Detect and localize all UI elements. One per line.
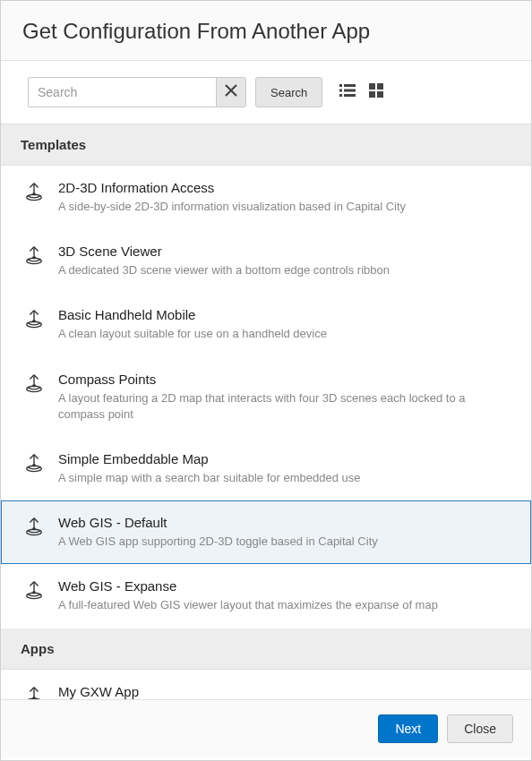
close-icon bbox=[225, 84, 237, 100]
app-icon bbox=[24, 373, 44, 393]
app-icon bbox=[24, 686, 44, 701]
list-item[interactable]: Web GIS - ExpanseA full-featured Web GIS… bbox=[1, 564, 531, 628]
search-input[interactable] bbox=[28, 77, 216, 107]
list-view-button[interactable] bbox=[337, 81, 358, 103]
svg-point-23 bbox=[32, 591, 36, 594]
svg-point-13 bbox=[32, 256, 36, 260]
next-button[interactable]: Next bbox=[378, 714, 438, 743]
svg-rect-4 bbox=[339, 94, 342, 97]
list-item-text: Web GIS - DefaultA Web GIS app supportin… bbox=[58, 515, 511, 550]
dialog-title: Get Configuration From Another App bbox=[22, 19, 510, 44]
svg-point-25 bbox=[32, 696, 36, 699]
app-icon bbox=[24, 453, 44, 473]
svg-rect-2 bbox=[339, 90, 342, 92]
list-icon bbox=[339, 81, 356, 103]
list-item-text: Web GIS - ExpanseA full-featured Web GIS… bbox=[58, 578, 511, 613]
list-item-title: My GXW App bbox=[58, 684, 511, 699]
list-item-desc: A simple map with a search bar suitable … bbox=[58, 470, 511, 486]
app-icon bbox=[24, 580, 44, 600]
list-item[interactable]: 3D Scene ViewerA dedicated 3D scene view… bbox=[1, 229, 531, 293]
list-item-title: Basic Handheld Mobile bbox=[58, 307, 511, 322]
list-item[interactable]: Compass PointsA layout featuring a 2D ma… bbox=[1, 357, 531, 437]
grid-icon bbox=[367, 81, 385, 103]
list-item[interactable]: My GXW App bbox=[1, 670, 531, 701]
list-item-desc: A side-by-side 2D-3D information visuali… bbox=[58, 199, 511, 215]
grid-view-button[interactable] bbox=[365, 81, 387, 103]
list-item-text: My GXW App bbox=[58, 684, 511, 701]
section-header-apps: Apps bbox=[1, 628, 531, 670]
app-icon bbox=[24, 309, 44, 329]
view-toggle bbox=[337, 81, 387, 103]
list-item-desc: A layout featuring a 2D map that interac… bbox=[58, 390, 511, 423]
list-item-desc: A full-featured Web GIS viewer layout th… bbox=[58, 597, 511, 613]
svg-point-21 bbox=[32, 527, 36, 531]
section-header-templates: Templates bbox=[1, 124, 531, 166]
svg-point-19 bbox=[32, 464, 36, 467]
list-item-title: Simple Embeddable Map bbox=[58, 451, 511, 466]
toolbar: Search bbox=[1, 61, 531, 124]
list-item-text: Compass PointsA layout featuring a 2D ma… bbox=[58, 372, 511, 423]
clear-search-button[interactable] bbox=[216, 77, 246, 107]
list-item-desc: A clean layout suitable for use on a han… bbox=[58, 326, 511, 342]
svg-rect-1 bbox=[344, 84, 356, 87]
list-item-title: Compass Points bbox=[58, 372, 511, 387]
search-button[interactable]: Search bbox=[255, 77, 322, 107]
app-icon bbox=[24, 245, 44, 265]
app-icon bbox=[24, 517, 44, 536]
svg-point-17 bbox=[32, 383, 36, 387]
dialog-header: Get Configuration From Another App bbox=[1, 1, 531, 61]
content-list[interactable]: Templates 2D-3D Information AccessA side… bbox=[1, 124, 531, 700]
svg-point-15 bbox=[32, 320, 36, 323]
list-item-title: Web GIS - Expanse bbox=[58, 578, 511, 594]
svg-rect-5 bbox=[344, 94, 356, 97]
app-icon bbox=[24, 182, 44, 201]
list-item-title: 3D Scene Viewer bbox=[58, 244, 511, 259]
svg-rect-9 bbox=[377, 91, 383, 98]
search-wrap bbox=[28, 77, 246, 107]
dialog-footer: Next Close bbox=[1, 700, 531, 757]
list-item-text: Simple Embeddable MapA simple map with a… bbox=[58, 451, 511, 486]
svg-rect-7 bbox=[377, 83, 383, 90]
svg-rect-3 bbox=[344, 90, 356, 92]
svg-rect-8 bbox=[369, 91, 375, 98]
list-item-text: Basic Handheld MobileA clean layout suit… bbox=[58, 307, 511, 342]
list-item-text: 3D Scene ViewerA dedicated 3D scene view… bbox=[58, 244, 511, 278]
list-item-title: Web GIS - Default bbox=[58, 515, 511, 530]
list-item[interactable]: Basic Handheld MobileA clean layout suit… bbox=[1, 293, 531, 356]
list-item-title: 2D-3D Information Access bbox=[58, 180, 511, 195]
list-item[interactable]: 2D-3D Information AccessA side-by-side 2… bbox=[1, 166, 531, 229]
list-item-text: 2D-3D Information AccessA side-by-side 2… bbox=[58, 180, 511, 215]
close-button[interactable]: Close bbox=[447, 714, 513, 743]
list-item-desc: A dedicated 3D scene viewer with a botto… bbox=[58, 262, 511, 278]
list-item[interactable]: Simple Embeddable MapA simple map with a… bbox=[1, 437, 531, 500]
svg-rect-6 bbox=[369, 83, 375, 90]
svg-rect-0 bbox=[339, 84, 342, 87]
svg-point-11 bbox=[32, 192, 36, 196]
list-item[interactable]: Web GIS - DefaultA Web GIS app supportin… bbox=[1, 500, 531, 564]
list-item-desc: A Web GIS app supporting 2D-3D toggle ba… bbox=[58, 534, 511, 550]
